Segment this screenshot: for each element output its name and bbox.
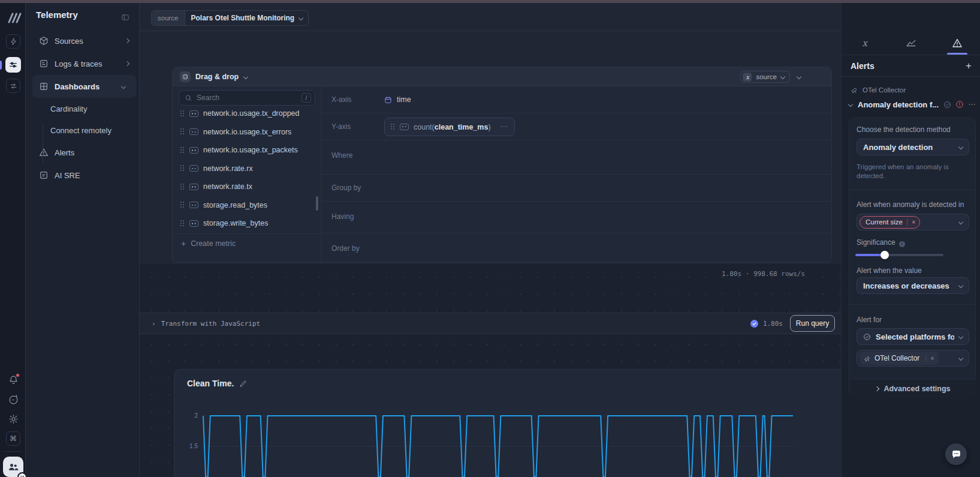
notifications-bell-icon[interactable]: [8, 375, 19, 385]
query-builder-icon[interactable]: [5, 57, 21, 73]
avatar[interactable]: JA: [3, 457, 23, 477]
rail-active-indicator: [0, 61, 2, 70]
x-variable-badge: x: [743, 73, 752, 82]
method-label: Choose the detection method: [857, 125, 951, 134]
slider-thumb[interactable]: [881, 251, 889, 259]
chevron-down-icon[interactable]: [243, 74, 248, 79]
dashboards-grid-icon: [39, 82, 49, 91]
command-shortcuts-icon[interactable]: ⌘: [6, 431, 20, 446]
y-axis-row[interactable]: Y-axis count(clean_time_ms) ⋯: [321, 113, 832, 140]
order-by-row[interactable]: Order by: [321, 233, 832, 263]
right-panel: x Alerts + OTel Collector Anomaly detect…: [841, 3, 980, 477]
metric-list-item[interactable]: network.io.usage.tx_dropped: [173, 109, 321, 123]
sidebar: Telemetry Sources Logs & traces Dashboar…: [26, 3, 140, 477]
bolt-icon[interactable]: [6, 34, 20, 49]
query-duration: 1.80s: [763, 320, 783, 328]
metric-search-input[interactable]: Search /: [179, 90, 315, 106]
metric-type-icon: [189, 220, 198, 227]
current-size-chip[interactable]: Current size ×: [860, 216, 920, 229]
tab-variables[interactable]: x: [842, 31, 888, 55]
theme-sun-icon[interactable]: [8, 414, 19, 424]
platforms-select[interactable]: Selected platforms fo...: [857, 328, 969, 345]
monitor-row[interactable]: Anomaly detection f... ⋯: [848, 98, 976, 111]
query-stats: 1.80s · 998.68 rows/s: [659, 270, 805, 278]
collapse-query-builder-icon[interactable]: [797, 74, 801, 79]
source-select[interactable]: source Polars Otel Shuttle Monitoring: [151, 10, 309, 26]
value-direction-select[interactable]: Increases or decreases: [857, 277, 969, 294]
group-by-source-chip[interactable]: x source: [740, 71, 790, 83]
x-axis-row[interactable]: X-axis time: [321, 86, 832, 113]
remove-chip-icon[interactable]: ×: [925, 355, 938, 362]
metric-list-item[interactable]: network.io.usage.tx_packets: [173, 141, 321, 160]
drag-handle-icon[interactable]: [180, 202, 185, 208]
more-options-icon[interactable]: ⋯: [500, 122, 508, 131]
sidebar-item-sources[interactable]: Sources: [26, 29, 140, 52]
rail-divider: [5, 451, 22, 452]
metric-list-item[interactable]: network.rate.tx: [173, 178, 321, 196]
chart-card[interactable]: Clean Time. 2 1.5: [174, 369, 841, 477]
app-title: Telemetry: [36, 10, 78, 20]
edit-pencil-icon[interactable]: [239, 380, 247, 388]
platform-chip-select[interactable]: OTel Collector ×: [857, 350, 969, 367]
chevron-down-icon[interactable]: [848, 102, 853, 107]
otel-collector-chip[interactable]: OTel Collector ×: [860, 352, 939, 365]
group-by-row[interactable]: Group by: [321, 175, 832, 202]
metric-list-item[interactable]: storage.write_bytes: [173, 214, 321, 233]
where-row[interactable]: Where: [321, 140, 832, 175]
area-chart-icon: [906, 38, 916, 49]
notification-dot: [16, 373, 20, 377]
transform-bar: › Transform with JavaScript 1.80s Run qu…: [140, 313, 841, 334]
feedback-chat-icon[interactable]: [8, 395, 19, 405]
drag-handle-icon[interactable]: [391, 124, 395, 130]
telescope-icon: [864, 355, 871, 362]
create-metric-button[interactable]: + Create metric: [173, 233, 321, 263]
chevron-down-icon: [958, 283, 963, 288]
check-circle-icon: [943, 101, 951, 109]
significance-label: Significancei: [857, 238, 905, 247]
advanced-settings-button[interactable]: Advanced settings: [849, 379, 976, 398]
drag-handle-icon[interactable]: [180, 147, 185, 154]
active-tab-indicator: [947, 53, 967, 55]
app-window: ⌘ JA Telemetry Sources Logs & traces: [0, 0, 980, 477]
support-chat-button[interactable]: [945, 443, 967, 465]
metrics-scrollbar[interactable]: [316, 196, 318, 211]
sidebar-item-ai-sre[interactable]: AI SRE: [26, 164, 140, 187]
metric-list-item[interactable]: network.rate.rx: [173, 160, 321, 178]
flows-icon[interactable]: [6, 79, 20, 93]
search-placeholder: Search: [197, 94, 297, 102]
remove-chip-icon[interactable]: ×: [907, 218, 919, 226]
significance-slider[interactable]: [855, 251, 943, 259]
collapse-sidebar-icon[interactable]: [121, 13, 129, 22]
drag-handle-icon[interactable]: [180, 220, 185, 227]
metric-list-item[interactable]: network.io.usage.tx_errors: [173, 123, 321, 142]
add-alert-button[interactable]: +: [966, 60, 972, 72]
topbar: source Polars Otel Shuttle Monitoring: [140, 3, 841, 31]
calendar-icon: [384, 96, 392, 104]
drag-handle-icon[interactable]: [180, 165, 185, 172]
having-row[interactable]: Having: [321, 202, 832, 233]
alert-for-label: Alert for: [857, 316, 882, 324]
sidebar-item-dashboards[interactable]: Dashboards: [32, 75, 136, 98]
drag-handle-icon[interactable]: [180, 128, 185, 135]
transform-with-javascript-toggle[interactable]: › Transform with JavaScript: [152, 320, 260, 328]
run-query-button[interactable]: Run query: [790, 315, 835, 332]
chat-bubble-icon: [951, 449, 962, 460]
icon-rail: ⌘ JA: [0, 3, 26, 477]
more-options-icon[interactable]: ⋯: [968, 100, 976, 109]
chevron-right-icon: [125, 38, 129, 43]
sidebar-item-cardinality[interactable]: Cardinality: [26, 98, 140, 119]
error-circle-icon: [955, 100, 964, 109]
drag-handle-icon[interactable]: [180, 184, 185, 190]
detection-method-select[interactable]: Anomaly detection: [857, 139, 969, 155]
drag-handle-icon[interactable]: [180, 110, 185, 117]
alert-triangle-icon: [952, 38, 963, 49]
tab-chart[interactable]: [888, 31, 934, 55]
sidebar-item-logs-traces[interactable]: Logs & traces: [26, 52, 140, 75]
value-label: Alert when the value: [857, 266, 922, 275]
y-axis-aggregation-chip[interactable]: count(clean_time_ms) ⋯: [384, 118, 515, 136]
metric-list-item[interactable]: storage.read_bytes: [173, 196, 321, 215]
info-icon[interactable]: i: [899, 241, 905, 247]
detected-in-select[interactable]: Current size ×: [857, 214, 969, 230]
alert-config-card: Choose the detection method Anomaly dete…: [849, 118, 976, 397]
tab-alerts[interactable]: [934, 31, 980, 55]
